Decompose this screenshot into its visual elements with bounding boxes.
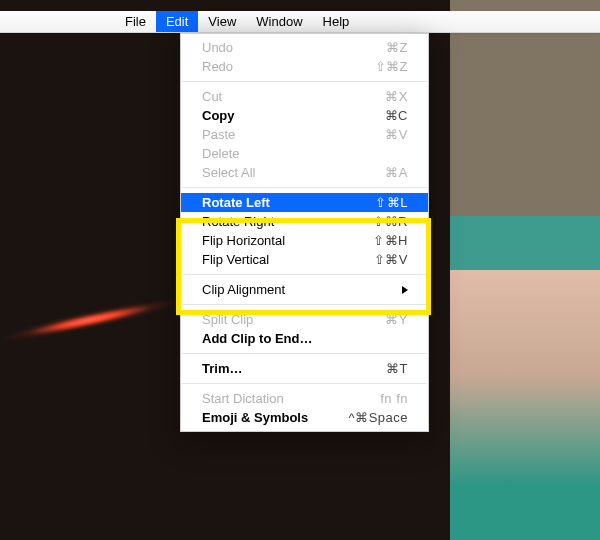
- menu-separator: [182, 274, 427, 275]
- menu-item-label: Copy: [202, 106, 385, 125]
- menu-item-clip-alignment[interactable]: Clip Alignment: [181, 280, 428, 299]
- menu-separator: [182, 383, 427, 384]
- menu-item-shortcut: ⇧⌘V: [374, 250, 408, 269]
- menubar-item-help[interactable]: Help: [313, 11, 360, 32]
- menu-item-flip-horizontal[interactable]: Flip Horizontal⇧⌘H: [181, 231, 428, 250]
- menu-item-label: Split Clip: [202, 310, 385, 329]
- menu-item-delete: Delete: [181, 144, 428, 163]
- menu-separator: [182, 353, 427, 354]
- menu-item-undo: Undo⌘Z: [181, 38, 428, 57]
- menu-item-shortcut: ⇧⌘L: [375, 193, 408, 212]
- menu-separator: [182, 187, 427, 188]
- menu-item-label: Rotate Left: [202, 193, 375, 212]
- menu-item-shortcut: ⌘Y: [385, 310, 408, 329]
- menu-item-label: Undo: [202, 38, 386, 57]
- menu-item-shortcut: ⌘X: [385, 87, 408, 106]
- menu-item-shortcut: fn fn: [380, 389, 408, 408]
- menu-separator: [182, 304, 427, 305]
- menu-item-label: Flip Vertical: [202, 250, 374, 269]
- menu-item-label: Redo: [202, 57, 375, 76]
- edit-menu-dropdown: Undo⌘ZRedo⇧⌘ZCut⌘XCopy⌘CPaste⌘VDeleteSel…: [180, 33, 429, 432]
- menu-item-shortcut: ⌘T: [386, 359, 408, 378]
- menu-item-label: Emoji & Symbols: [202, 408, 349, 427]
- menu-item-shortcut: ⌘V: [385, 125, 408, 144]
- menu-item-label: Trim…: [202, 359, 386, 378]
- menu-item-rotate-right[interactable]: Rotate Right⇧⌘R: [181, 212, 428, 231]
- menu-item-trim[interactable]: Trim…⌘T: [181, 359, 428, 378]
- menubar-item-edit[interactable]: Edit: [156, 11, 198, 32]
- menu-item-shortcut: ⇧⌘H: [373, 231, 408, 250]
- menu-item-shortcut: ⇧⌘R: [373, 212, 408, 231]
- menu-item-label: Start Dictation: [202, 389, 380, 408]
- menu-item-flip-vertical[interactable]: Flip Vertical⇧⌘V: [181, 250, 428, 269]
- menu-item-split-clip: Split Clip⌘Y: [181, 310, 428, 329]
- menu-item-shortcut: ⇧⌘Z: [375, 57, 408, 76]
- menu-item-start-dictation: Start Dictationfn fn: [181, 389, 428, 408]
- menu-item-rotate-left[interactable]: Rotate Left⇧⌘L: [181, 193, 428, 212]
- menu-item-shortcut: ^⌘Space: [349, 408, 408, 427]
- menu-item-shortcut: ⌘C: [385, 106, 408, 125]
- menu-item-label: Rotate Right: [202, 212, 373, 231]
- menu-item-label: Cut: [202, 87, 385, 106]
- menu-item-label: Paste: [202, 125, 385, 144]
- menu-item-redo: Redo⇧⌘Z: [181, 57, 428, 76]
- menu-item-shortcut: ⌘A: [385, 163, 408, 182]
- menubar-item-view[interactable]: View: [198, 11, 246, 32]
- menu-item-emoji-symbols[interactable]: Emoji & Symbols^⌘Space: [181, 408, 428, 427]
- menu-item-copy[interactable]: Copy⌘C: [181, 106, 428, 125]
- menu-item-label: Flip Horizontal: [202, 231, 373, 250]
- menu-item-add-clip-to-end[interactable]: Add Clip to End…: [181, 329, 428, 348]
- menu-item-paste: Paste⌘V: [181, 125, 428, 144]
- menubar-item-file[interactable]: File: [115, 11, 156, 32]
- menu-item-label: Add Clip to End…: [202, 329, 408, 348]
- menu-separator: [182, 81, 427, 82]
- menu-item-cut: Cut⌘X: [181, 87, 428, 106]
- menu-item-label: Delete: [202, 144, 408, 163]
- menu-item-select-all: Select All⌘A: [181, 163, 428, 182]
- background-right: [450, 0, 600, 540]
- menubar: FileEditViewWindowHelp: [0, 11, 600, 33]
- menubar-item-window[interactable]: Window: [246, 11, 312, 32]
- chevron-right-icon: [402, 286, 408, 294]
- menu-item-shortcut: ⌘Z: [386, 38, 408, 57]
- menu-item-label: Clip Alignment: [202, 280, 402, 299]
- menu-item-label: Select All: [202, 163, 385, 182]
